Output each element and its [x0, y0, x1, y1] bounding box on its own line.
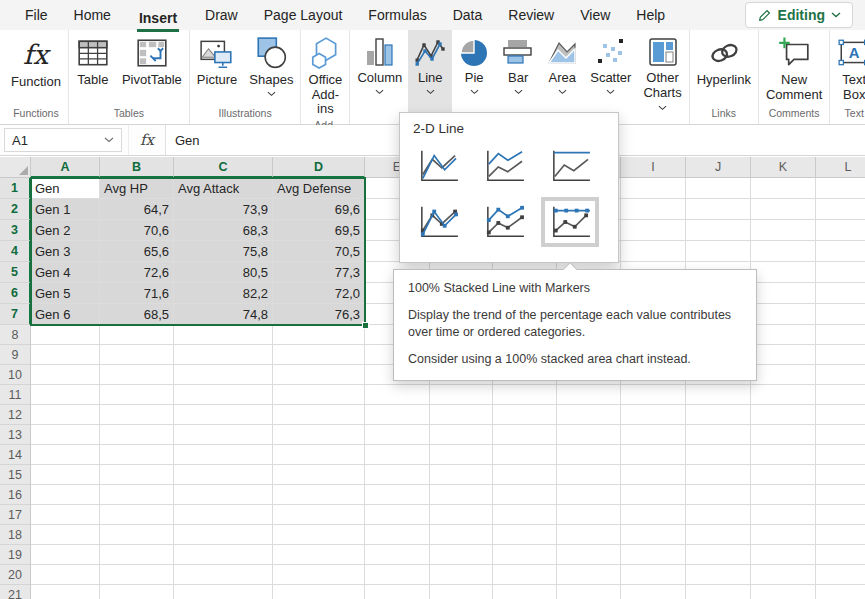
- cell-K12[interactable]: [751, 405, 816, 425]
- row-header-1[interactable]: 1: [0, 178, 31, 199]
- cell-G15[interactable]: [493, 465, 557, 485]
- area-chart-button[interactable]: Area: [540, 30, 584, 115]
- cell-K11[interactable]: [751, 385, 816, 405]
- cell-L7[interactable]: [816, 304, 865, 325]
- cell-D11[interactable]: [273, 385, 365, 405]
- cell-I20[interactable]: [621, 565, 686, 585]
- cell-L18[interactable]: [816, 525, 865, 545]
- row-header-18[interactable]: 18: [0, 525, 31, 545]
- cell-L1[interactable]: [816, 178, 865, 199]
- tab-draw[interactable]: Draw: [192, 0, 251, 30]
- cell-L2[interactable]: [816, 199, 865, 220]
- cell-D5[interactable]: 77,3: [273, 262, 365, 283]
- pie-chart-button[interactable]: Pie: [452, 30, 496, 115]
- cell-B5[interactable]: 72,6: [100, 262, 174, 283]
- cell-B20[interactable]: [100, 565, 174, 585]
- cell-A18[interactable]: [31, 525, 100, 545]
- cell-D8[interactable]: [273, 325, 365, 345]
- cell-J3[interactable]: [686, 220, 751, 241]
- row-header-10[interactable]: 10: [0, 365, 31, 385]
- cell-F21[interactable]: [430, 585, 493, 599]
- cell-K6[interactable]: [751, 283, 816, 304]
- insert-function-button[interactable]: fx: [128, 125, 166, 155]
- cell-J11[interactable]: [686, 385, 751, 405]
- row-header-2[interactable]: 2: [0, 199, 31, 220]
- hyperlink-button[interactable]: Hyperlink: [691, 30, 757, 105]
- tab-file[interactable]: File: [12, 0, 61, 30]
- line-thumbnail[interactable]: [413, 145, 463, 187]
- cell-K8[interactable]: [751, 325, 816, 345]
- cell-I21[interactable]: [621, 585, 686, 599]
- function-button[interactable]: fx Function: [5, 30, 67, 105]
- cell-H19[interactable]: [557, 545, 621, 565]
- cell-B17[interactable]: [100, 505, 174, 525]
- row-header-9[interactable]: 9: [0, 345, 31, 365]
- cell-D7[interactable]: 76,3: [273, 304, 365, 325]
- cell-A7[interactable]: Gen 6: [31, 304, 100, 325]
- cell-C11[interactable]: [174, 385, 273, 405]
- cell-C17[interactable]: [174, 505, 273, 525]
- cell-D20[interactable]: [273, 565, 365, 585]
- cell-E21[interactable]: [365, 585, 430, 599]
- bar-chart-button[interactable]: Bar: [496, 30, 540, 115]
- cell-F11[interactable]: [430, 385, 493, 405]
- cell-J12[interactable]: [686, 405, 751, 425]
- tab-insert[interactable]: Insert: [124, 0, 192, 30]
- office-add-ins-button[interactable]: Office Add-ins: [302, 30, 348, 117]
- cell-K17[interactable]: [751, 505, 816, 525]
- cell-J16[interactable]: [686, 485, 751, 505]
- cell-J1[interactable]: [686, 178, 751, 199]
- cell-B18[interactable]: [100, 525, 174, 545]
- cell-D4[interactable]: 70,5: [273, 241, 365, 262]
- cell-I19[interactable]: [621, 545, 686, 565]
- cell-D6[interactable]: 72,0: [273, 283, 365, 304]
- cell-K5[interactable]: [751, 262, 816, 283]
- column-chart-button[interactable]: Column: [351, 30, 408, 115]
- cell-C8[interactable]: [174, 325, 273, 345]
- cell-C13[interactable]: [174, 425, 273, 445]
- cell-I16[interactable]: [621, 485, 686, 505]
- tab-review[interactable]: Review: [495, 0, 567, 30]
- row-header-20[interactable]: 20: [0, 565, 31, 585]
- cell-D15[interactable]: [273, 465, 365, 485]
- row-header-21[interactable]: 21: [0, 585, 31, 599]
- cell-I2[interactable]: [621, 199, 686, 220]
- cell-K3[interactable]: [751, 220, 816, 241]
- column-header-I[interactable]: I: [621, 157, 686, 178]
- cell-A4[interactable]: Gen 3: [31, 241, 100, 262]
- cell-L13[interactable]: [816, 425, 865, 445]
- cell-A1[interactable]: Gen: [31, 178, 100, 199]
- cell-L9[interactable]: [816, 345, 865, 365]
- cell-J13[interactable]: [686, 425, 751, 445]
- tab-formulas[interactable]: Formulas: [355, 0, 439, 30]
- cell-A14[interactable]: [31, 445, 100, 465]
- cell-C9[interactable]: [174, 345, 273, 365]
- cell-B21[interactable]: [100, 585, 174, 599]
- cell-G20[interactable]: [493, 565, 557, 585]
- cell-A13[interactable]: [31, 425, 100, 445]
- cell-I1[interactable]: [621, 178, 686, 199]
- cell-F17[interactable]: [430, 505, 493, 525]
- cell-H13[interactable]: [557, 425, 621, 445]
- stacked-line-thumbnail[interactable]: [479, 145, 529, 187]
- column-header-C[interactable]: C: [174, 157, 273, 178]
- cell-C14[interactable]: [174, 445, 273, 465]
- cell-B9[interactable]: [100, 345, 174, 365]
- cell-C12[interactable]: [174, 405, 273, 425]
- cell-E15[interactable]: [365, 465, 430, 485]
- cell-K2[interactable]: [751, 199, 816, 220]
- cell-C16[interactable]: [174, 485, 273, 505]
- cell-I13[interactable]: [621, 425, 686, 445]
- cell-A5[interactable]: Gen 4: [31, 262, 100, 283]
- cell-I3[interactable]: [621, 220, 686, 241]
- cell-J20[interactable]: [686, 565, 751, 585]
- cell-F20[interactable]: [430, 565, 493, 585]
- cell-K1[interactable]: [751, 178, 816, 199]
- cell-B19[interactable]: [100, 545, 174, 565]
- cell-K18[interactable]: [751, 525, 816, 545]
- cell-G11[interactable]: [493, 385, 557, 405]
- cell-C3[interactable]: 68,3: [174, 220, 273, 241]
- cell-H14[interactable]: [557, 445, 621, 465]
- column-header-B[interactable]: B: [100, 157, 174, 178]
- cell-I18[interactable]: [621, 525, 686, 545]
